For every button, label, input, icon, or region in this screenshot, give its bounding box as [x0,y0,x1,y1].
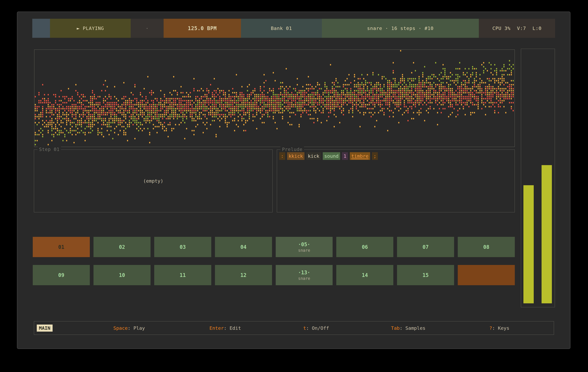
hint-label: : Edit [224,325,241,331]
transport-bar: ► PLAYING · 125.0 BPM Bank 01 snare · 16… [32,19,555,38]
play-state-label: ► PLAYING [77,26,104,31]
status-bar: MAIN Space: PlayEnter: Editt: On/OffTab:… [34,321,554,335]
track-info-display: snare · 16 steps · #10 [322,19,479,38]
hint-keys: ?: Keys [489,325,509,331]
prelude-token-sample: kkick [287,152,304,160]
hint-samples: Tab: Samples [391,325,425,331]
step-button-label: 01 [58,244,64,250]
transport-status: ► PLAYING [50,19,131,38]
step-button-label: 10 [119,272,125,278]
step-button-10[interactable]: 10 [94,265,150,285]
step-sample-label: snare [298,248,310,253]
prelude-token-green: sound [323,152,340,160]
level-meter-left [524,185,534,303]
step-button-03[interactable]: 03 [154,237,211,257]
step-button-02[interactable]: 02 [94,237,150,257]
level-meter-right [542,165,552,303]
step-button-label: 14 [362,272,368,278]
step-button-08[interactable]: 08 [458,237,515,257]
bank-display[interactable]: Bank 01 [241,19,322,38]
step-button-label: ·05· [298,241,310,247]
level-meter-panel [521,49,555,307]
step-button-label: 07 [422,244,429,250]
transport-separator: · [131,19,164,38]
hint-key: ? [489,325,492,331]
step-button-01[interactable]: 01 [33,237,90,257]
prelude-token-defined: timbre [350,152,370,160]
prelude-panel-title: Prelude [281,147,304,152]
prelude-panel[interactable]: Prelude :kkickkicksound1timbre; [277,150,515,212]
step-button-09[interactable]: 09 [33,265,90,285]
bpm-display[interactable]: 125.0 BPM [164,19,241,38]
hint-key: Tab [391,325,400,331]
step-grid-row-1: 01020304·05·snare060708 [33,237,515,257]
prelude-token-number: 1 [342,152,348,160]
step-button-15[interactable]: 15 [397,265,454,285]
step-panel-title: Step 01 [38,147,61,152]
cpu-stats: CPU 3% V:7 L:0 [479,19,555,38]
accent-block [32,19,50,38]
step-button-label: 06 [362,244,368,250]
step-button-04[interactable]: 04 [215,237,272,257]
mode-badge: MAIN [37,324,52,332]
step-button-label: ·13· [298,270,310,276]
step-button-14[interactable]: 14 [336,265,393,285]
app-window: ► PLAYING · 125.0 BPM Bank 01 snare · 16… [17,11,570,349]
step-empty-label: (empty) [34,178,272,184]
prelude-code-line: :kkickkicksound1timbre; [279,152,378,160]
hint-play: Space: Play [113,325,145,331]
step-grid-row-2: 09101112·13·snare1415 [33,265,515,285]
step-button-13[interactable]: ·13·snare [276,265,333,285]
step-button-05[interactable]: ·05·snare [276,237,333,257]
step-button-label: 15 [422,272,429,278]
hint-key: t [303,325,306,331]
step-button-12[interactable]: 12 [215,265,272,285]
pattern-plot [34,50,515,147]
prelude-token-plain: kick [306,152,321,160]
step-button-07[interactable]: 07 [397,237,454,257]
step-sample-label: snare [298,276,310,281]
prelude-token-word: ; [372,152,378,160]
step-button-label: 02 [119,244,125,250]
step-button-label: 12 [240,272,246,278]
step-button-label: 08 [483,244,489,250]
latency: L:0 [533,26,542,31]
hint-label: : Play [128,325,145,331]
step-button-label: 09 [58,272,64,278]
step-button-label: 11 [179,272,186,278]
step-button-11[interactable]: 11 [154,265,211,285]
step-button-16[interactable] [458,265,515,285]
prelude-token-word: : [279,152,285,160]
hint-edit: Enter: Edit [210,325,241,331]
hint-key: Enter [210,325,224,331]
hint-label: : On/Off [306,325,329,331]
step-button-label: 03 [179,244,186,250]
hint-label: : Samples [400,325,425,331]
app-root: { "topbar": { "playing": "► PLAYING", "s… [0,0,588,372]
voice-count: V:7 [517,26,526,31]
hint-label: : Keys [492,325,509,331]
cpu-usage: CPU 3% [492,26,511,31]
pattern-scatter-canvas [34,50,514,147]
hint-onoff: t: On/Off [303,325,329,331]
hint-key: Space [113,325,128,331]
step-detail-panel: Step 01 (empty) [34,150,273,212]
step-button-label: 04 [240,244,246,250]
step-button-06[interactable]: 06 [336,237,393,257]
